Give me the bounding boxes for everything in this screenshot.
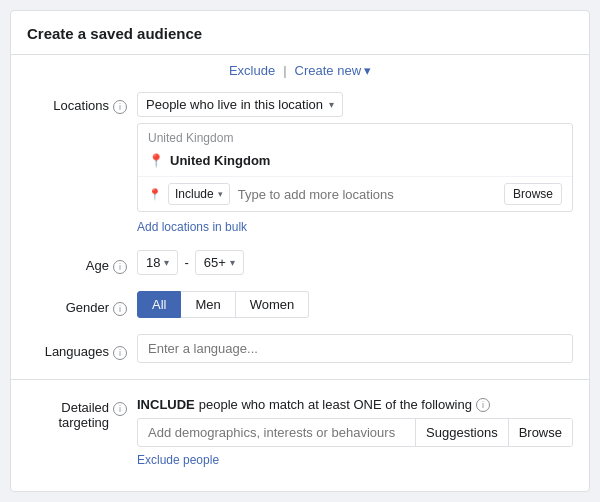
languages-row: Languages i: [11, 326, 589, 371]
location-include-row: 📍 Include ▾ Browse: [138, 176, 572, 211]
age-info-icon: i: [113, 260, 127, 274]
detailed-desc-info-icon: i: [476, 398, 490, 412]
exclude-link-top[interactable]: Exclude: [229, 63, 275, 78]
detailed-targeting-content: INCLUDE people who match at least ONE of…: [137, 396, 573, 467]
top-links-bar: Exclude | Create new ▾: [11, 55, 589, 84]
location-row-pin-icon: 📍: [148, 188, 162, 201]
gender-label: Gender i: [27, 294, 137, 316]
detailed-targeting-input-row: Suggestions Browse: [137, 418, 573, 447]
gender-all-button[interactable]: All: [137, 291, 181, 318]
language-input[interactable]: [137, 334, 573, 363]
location-type-arrow-icon: ▾: [329, 99, 334, 110]
create-new-arrow-icon: ▾: [364, 63, 371, 78]
languages-info-icon: i: [113, 346, 127, 360]
detailed-targeting-info-icon: i: [113, 402, 127, 416]
detailed-targeting-row: Detailed targeting i INCLUDE people who …: [11, 388, 589, 475]
create-new-link[interactable]: Create new ▾: [295, 63, 371, 78]
location-search-input[interactable]: [238, 187, 504, 202]
gender-row: Gender i All Men Women: [11, 283, 589, 326]
languages-content: [137, 334, 573, 363]
age-max-dropdown[interactable]: 65+ ▾: [195, 250, 244, 275]
panel-title: Create a saved audience: [11, 11, 589, 55]
age-dash: -: [184, 255, 188, 270]
detailed-browse-button[interactable]: Browse: [508, 419, 572, 446]
age-row: Age i 18 ▾ - 65+ ▾: [11, 242, 589, 283]
age-label: Age i: [27, 252, 137, 274]
location-search-hint: United Kingdom: [138, 124, 572, 147]
gender-info-icon: i: [113, 302, 127, 316]
gender-women-button[interactable]: Women: [236, 291, 310, 318]
gender-button-group: All Men Women: [137, 291, 573, 318]
locations-content: People who live in this location ▾ Unite…: [137, 92, 573, 234]
section-divider: [11, 379, 589, 380]
detailed-targeting-input[interactable]: [138, 419, 415, 446]
suggestions-button[interactable]: Suggestions: [415, 419, 508, 446]
locations-label: Locations i: [27, 92, 137, 114]
gender-content: All Men Women: [137, 291, 573, 318]
include-arrow-icon: ▾: [218, 189, 223, 199]
location-type-dropdown[interactable]: People who live in this location ▾: [137, 92, 343, 117]
exclude-people-link[interactable]: Exclude people: [137, 453, 219, 467]
location-box: United Kingdom 📍 United Kingdom 📍 Includ…: [137, 123, 573, 212]
detailed-targeting-label: Detailed targeting i: [27, 396, 137, 430]
add-bulk-link[interactable]: Add locations in bulk: [137, 220, 247, 234]
age-max-arrow-icon: ▾: [230, 257, 235, 268]
locations-row: Locations i People who live in this loca…: [11, 84, 589, 242]
gender-men-button[interactable]: Men: [181, 291, 235, 318]
age-min-arrow-icon: ▾: [164, 257, 169, 268]
detailed-targeting-desc: INCLUDE people who match at least ONE of…: [137, 396, 573, 412]
languages-label: Languages i: [27, 338, 137, 360]
link-divider: |: [283, 63, 286, 78]
age-content: 18 ▾ - 65+ ▾: [137, 250, 573, 275]
location-browse-button[interactable]: Browse: [504, 183, 562, 205]
location-pin-icon: 📍: [148, 153, 164, 168]
audience-panel: Create a saved audience Exclude | Create…: [10, 10, 590, 492]
include-dropdown[interactable]: Include ▾: [168, 183, 230, 205]
locations-info-icon: i: [113, 100, 127, 114]
location-item: 📍 United Kingdom: [138, 147, 572, 176]
age-min-dropdown[interactable]: 18 ▾: [137, 250, 178, 275]
